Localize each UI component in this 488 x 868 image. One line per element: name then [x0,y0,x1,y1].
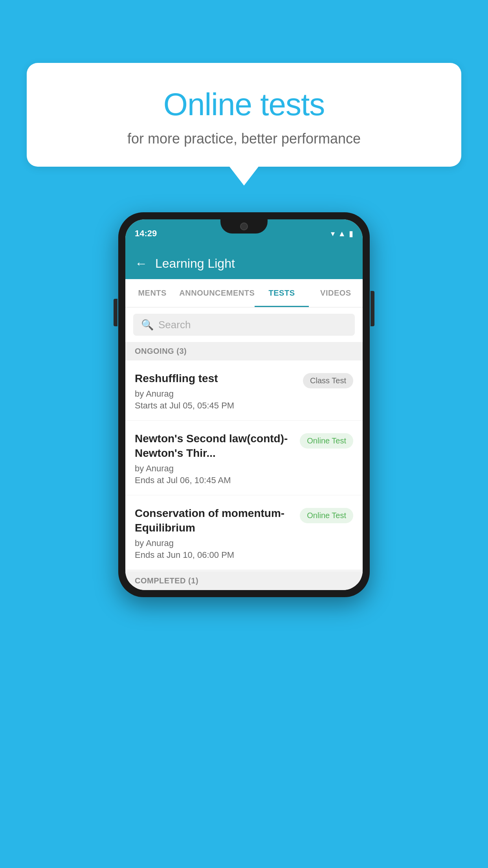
test-badge-1: Class Test [303,373,353,388]
completed-section-header: COMPLETED (1) [125,572,363,590]
status-icons: ▾ ▲ ▮ [331,229,353,238]
search-input[interactable]: Search [158,319,191,331]
tab-tests[interactable]: TESTS [255,279,308,307]
test-info-2: Newton's Second law(contd)-Newton's Thir… [135,432,300,485]
battery-icon: ▮ [349,229,353,238]
test-info-1: Reshuffling test by Anurag Starts at Jul… [135,371,303,411]
signal-icon: ▲ [338,229,346,238]
test-item-newton[interactable]: Newton's Second law(contd)-Newton's Thir… [125,421,363,495]
search-bar[interactable]: 🔍 Search [133,314,355,336]
test-name-1: Reshuffling test [135,371,297,386]
promo-title: Online tests [42,86,446,123]
tab-videos[interactable]: VIDEOS [309,279,363,307]
test-time-1: Starts at Jul 05, 05:45 PM [135,401,297,411]
phone-outer: 14:29 ▾ ▲ ▮ ← Learning Light MENTS [118,212,370,597]
test-badge-3: Online Test [300,508,353,523]
phone-screen: 14:29 ▾ ▲ ▮ ← Learning Light MENTS [125,219,363,590]
promo-subtitle: for more practice, better performance [42,131,446,147]
status-bar: 14:29 ▾ ▲ ▮ [125,219,363,248]
test-time-3: Ends at Jun 10, 06:00 PM [135,550,294,560]
camera-notch [240,223,248,230]
test-time-2: Ends at Jul 06, 10:45 AM [135,475,294,485]
test-author-2: by Anurag [135,463,294,474]
notch-cutout [220,219,268,234]
app-header: ← Learning Light [125,248,363,279]
test-item-reshuffling[interactable]: Reshuffling test by Anurag Starts at Jul… [125,360,363,421]
test-author-3: by Anurag [135,538,294,548]
app-title: Learning Light [155,256,235,271]
test-name-3: Conservation of momentum-Equilibrium [135,506,294,535]
completed-label: COMPLETED (1) [135,576,198,585]
status-time: 14:29 [135,228,157,239]
test-name-2: Newton's Second law(contd)-Newton's Thir… [135,432,294,460]
test-item-conservation[interactable]: Conservation of momentum-Equilibrium by … [125,495,363,570]
promo-card: Online tests for more practice, better p… [27,63,461,167]
ongoing-label: ONGOING (3) [135,347,187,355]
phone-mockup: 14:29 ▾ ▲ ▮ ← Learning Light MENTS [118,212,370,597]
search-icon: 🔍 [141,319,154,331]
test-info-3: Conservation of momentum-Equilibrium by … [135,506,300,560]
test-list: Reshuffling test by Anurag Starts at Jul… [125,360,363,570]
back-button[interactable]: ← [135,256,147,271]
tab-announcements[interactable]: ANNOUNCEMENTS [179,279,255,307]
tab-ments[interactable]: MENTS [125,279,179,307]
wifi-icon: ▾ [331,229,335,238]
ongoing-section-header: ONGOING (3) [125,342,363,360]
tabs-bar: MENTS ANNOUNCEMENTS TESTS VIDEOS [125,279,363,307]
test-badge-2: Online Test [300,433,353,449]
search-container: 🔍 Search [125,307,363,342]
test-author-1: by Anurag [135,389,297,399]
